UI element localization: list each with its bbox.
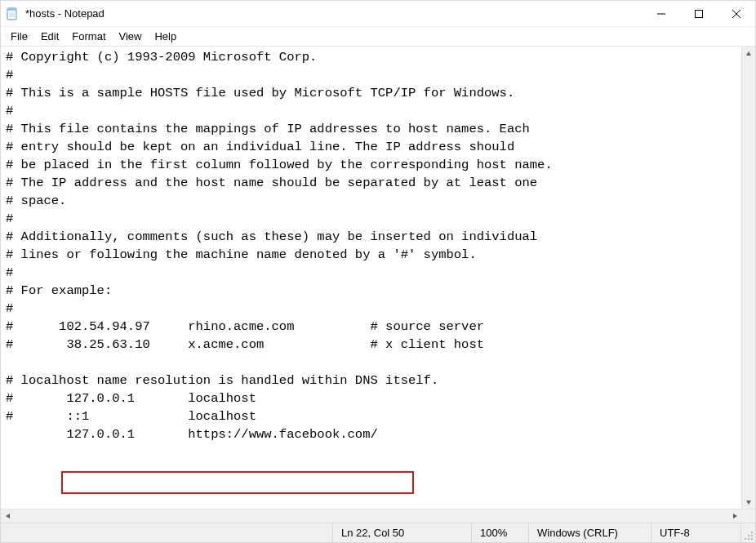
svg-marker-10 — [746, 501, 751, 505]
resize-grip-icon[interactable] — [740, 523, 755, 542]
horizontal-scrollbar[interactable] — [1, 509, 755, 523]
hscroll-track[interactable] — [15, 510, 727, 523]
menu-view[interactable]: View — [113, 29, 149, 44]
statusbar: Ln 22, Col 50 100% Windows (CRLF) UTF-8 — [1, 523, 755, 542]
titlebar[interactable]: *hosts - Notepad — [1, 1, 755, 27]
svg-point-14 — [748, 535, 749, 536]
status-blank — [1, 523, 332, 542]
maximize-button[interactable] — [680, 1, 718, 27]
status-encoding: UTF-8 — [651, 523, 740, 542]
svg-point-17 — [748, 538, 749, 540]
svg-point-18 — [751, 538, 753, 540]
menu-file[interactable]: File — [4, 29, 34, 44]
scroll-up-arrow-icon[interactable] — [742, 47, 755, 60]
close-button[interactable] — [718, 1, 755, 27]
minimize-button[interactable] — [643, 1, 680, 27]
scroll-left-arrow-icon[interactable] — [1, 510, 15, 523]
svg-point-15 — [751, 535, 753, 536]
vscroll-track[interactable] — [742, 60, 755, 495]
notepad-window: *hosts - Notepad File Edit Format View H… — [0, 0, 756, 543]
status-zoom: 100% — [471, 523, 528, 542]
svg-marker-9 — [746, 51, 751, 56]
svg-point-16 — [745, 538, 746, 540]
text-editor[interactable]: # Copyright (c) 1993-2009 Microsoft Corp… — [1, 47, 741, 509]
status-line-ending: Windows (CRLF) — [528, 523, 651, 542]
app-icon-wrap — [1, 7, 24, 20]
menu-edit[interactable]: Edit — [34, 29, 65, 44]
svg-marker-12 — [733, 514, 737, 519]
svg-point-13 — [751, 532, 753, 533]
scroll-right-arrow-icon[interactable] — [727, 510, 741, 523]
svg-rect-6 — [696, 10, 703, 17]
editor-wrap: # Copyright (c) 1993-2009 Microsoft Corp… — [1, 47, 755, 509]
status-position: Ln 22, Col 50 — [332, 523, 471, 542]
notepad-icon — [6, 7, 19, 20]
menu-format[interactable]: Format — [65, 29, 112, 44]
svg-marker-11 — [6, 514, 10, 519]
menu-help[interactable]: Help — [148, 29, 183, 44]
menubar: File Edit Format View Help — [1, 27, 755, 47]
window-title: *hosts - Notepad — [24, 7, 105, 20]
scroll-down-arrow-icon[interactable] — [742, 495, 755, 509]
svg-rect-1 — [7, 8, 16, 11]
vertical-scrollbar[interactable] — [741, 47, 755, 509]
scrollbar-corner — [741, 510, 755, 523]
